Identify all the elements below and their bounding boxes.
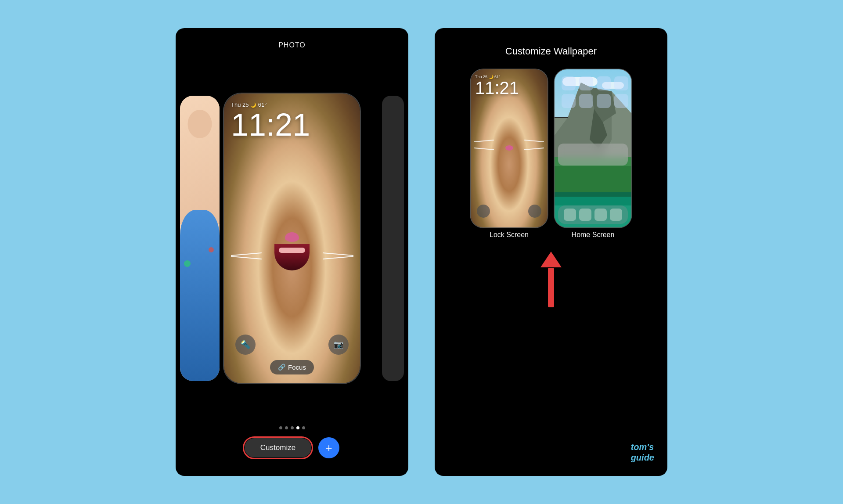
side-phone-left: [180, 96, 220, 381]
app-icon-2: [579, 76, 593, 90]
dot-3: [291, 426, 294, 429]
dock-icon-1: [564, 209, 576, 221]
right-panel: Customize Wallpaper: [435, 28, 667, 476]
home-screen-phone[interactable]: [555, 69, 631, 227]
mini-status: Thu 25 🌙 61° 11:21: [475, 75, 543, 97]
app-icon-7: [597, 94, 611, 108]
dock-icon-2: [579, 209, 591, 221]
search-bar: [558, 144, 628, 166]
home-screen-label: Home Screen: [555, 231, 631, 239]
lock-bottom: 🔦 📷 🔗 Focus: [231, 335, 353, 374]
arrow-head: [540, 252, 562, 267]
left-panel: PHOTO: [176, 28, 408, 476]
app-icons-grid: [558, 73, 628, 112]
flashlight-icon: 🔦: [241, 340, 250, 349]
app-icon-8: [614, 94, 628, 108]
bottom-controls: Customize +: [245, 437, 339, 458]
toms-guide-line1: tom's: [631, 442, 654, 452]
app-icon-5: [562, 94, 576, 108]
app-icon-4: [614, 76, 628, 90]
center-phone: Thu 25 🌙 61° 11:21 🔦: [224, 94, 360, 383]
lock-time: 11:21: [231, 109, 353, 140]
arrow-shaft: [548, 268, 554, 307]
app-icon-6: [579, 94, 593, 108]
focus-button[interactable]: 🔗 Focus: [270, 360, 314, 374]
phones-row: Thu 25 🌙 61° 11:21 🔦: [176, 58, 408, 418]
mini-camera-btn: [528, 205, 541, 218]
toms-guide-line2: guide: [631, 452, 654, 463]
camera-button[interactable]: 📷: [328, 335, 349, 355]
flashlight-camera-row: 🔦 📷: [231, 335, 353, 355]
dock-icon-4: [610, 209, 622, 221]
customize-button-wrapper: Customize: [245, 438, 311, 457]
person-image: [180, 96, 220, 381]
lock-screen-label: Lock Screen: [471, 231, 548, 239]
customize-label: Customize: [260, 443, 295, 452]
main-container: PHOTO: [0, 0, 843, 504]
toms-guide-watermark: tom's guide: [631, 442, 654, 463]
side-phone-right: [382, 96, 404, 381]
mini-flashlight-btn: [477, 205, 490, 218]
wallpaper-options-row: Thu 25 🌙 61° 11:21 Lock Screen: [471, 69, 631, 239]
focus-label: Focus: [288, 364, 306, 371]
photo-label: PHOTO: [278, 41, 306, 49]
home-widgets: [558, 144, 628, 170]
mini-lock-bottom: [475, 205, 543, 221]
link-icon: 🔗: [278, 364, 285, 371]
plus-icon: +: [326, 442, 332, 454]
add-button[interactable]: +: [318, 437, 339, 458]
flashlight-button[interactable]: 🔦: [235, 335, 256, 355]
pagination-dots: [279, 426, 305, 429]
phone-screen: Thu 25 🌙 61° 11:21 🔦: [224, 94, 360, 383]
status-date: Thu 25 🌙 61° 11:21: [231, 101, 353, 142]
dot-5: [302, 426, 305, 429]
home-screen-overlay: [555, 69, 631, 227]
customize-button[interactable]: Customize: [245, 438, 311, 457]
customize-wallpaper-title: Customize Wallpaper: [505, 46, 597, 57]
app-icon-3: [597, 76, 611, 90]
dot-1: [279, 426, 282, 429]
mini-phone-ui: Thu 25 🌙 61° 11:21: [471, 69, 548, 227]
home-dock: [558, 205, 628, 224]
mini-lock-time: 11:21: [475, 79, 543, 97]
moon-icon: 🌙: [250, 102, 256, 108]
lock-screen-phone[interactable]: Thu 25 🌙 61° 11:21: [471, 69, 548, 227]
red-arrow-container: [540, 252, 562, 307]
mini-flashlight-row: [475, 205, 543, 218]
dot-2: [285, 426, 288, 429]
app-icon-1: [562, 76, 576, 90]
phone-ui-overlay: Thu 25 🌙 61° 11:21 🔦: [224, 94, 360, 383]
dot-4-active: [296, 426, 299, 429]
camera-icon: 📷: [334, 340, 343, 349]
dock-icon-3: [594, 209, 607, 221]
